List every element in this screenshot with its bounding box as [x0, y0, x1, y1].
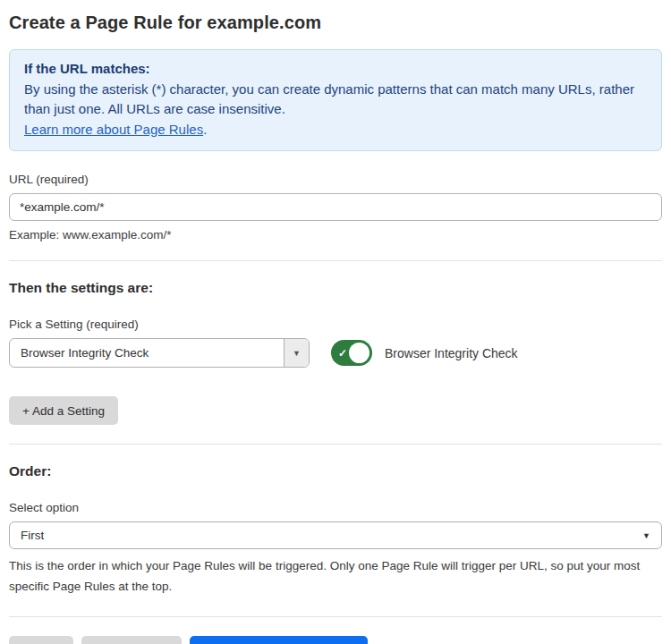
divider [9, 616, 662, 617]
footer-buttons: Cancel Save as Draft Save and Deploy Pag… [9, 636, 662, 644]
check-icon: ✓ [338, 347, 347, 360]
settings-section-heading: Then the settings are: [9, 280, 662, 296]
browser-integrity-toggle[interactable]: ✓ [331, 340, 372, 366]
order-section-heading: Order: [9, 463, 662, 479]
page-rule-form: Create a Page Rule for example.com If th… [0, 0, 671, 644]
divider [9, 260, 662, 261]
chevron-down-icon: ▼ [293, 349, 301, 358]
toggle-knob [349, 343, 369, 363]
pick-setting-label: Pick a Setting (required) [9, 318, 662, 331]
save-deploy-button[interactable]: Save and Deploy Page Rule [190, 636, 369, 644]
url-example-helper: Example: www.example.com/* [9, 228, 662, 242]
setting-dropdown-value: Browser Integrity Check [10, 339, 284, 367]
info-box-link-line: Learn more about Page Rules. [24, 120, 647, 140]
save-draft-button[interactable]: Save as Draft [81, 636, 182, 644]
url-match-info-box: If the URL matches: By using the asteris… [9, 49, 662, 151]
info-box-heading: If the URL matches: [24, 59, 647, 80]
url-input[interactable] [9, 193, 662, 221]
order-select-value: First [21, 529, 44, 542]
link-suffix: . [203, 122, 207, 137]
order-select[interactable]: First ▼ [9, 521, 662, 549]
order-helper-text: This is the order in which your Page Rul… [9, 556, 662, 597]
chevron-down-icon: ▼ [642, 531, 650, 540]
page-title: Create a Page Rule for example.com [9, 13, 662, 33]
add-setting-button[interactable]: + Add a Setting [9, 396, 118, 425]
info-box-body: By using the asterisk (*) character, you… [24, 80, 647, 120]
divider [9, 444, 662, 445]
toggle-group: ✓ Browser Integrity Check [331, 340, 518, 366]
setting-dropdown[interactable]: Browser Integrity Check ▼ [9, 338, 310, 368]
cancel-button[interactable]: Cancel [9, 636, 73, 644]
order-select-label: Select option [9, 501, 662, 514]
learn-more-link[interactable]: Learn more about Page Rules [24, 122, 203, 137]
url-field-label: URL (required) [9, 173, 662, 186]
setting-row: Browser Integrity Check ▼ ✓ Browser Inte… [9, 338, 662, 368]
toggle-label: Browser Integrity Check [385, 346, 518, 360]
dropdown-arrow-button[interactable]: ▼ [284, 339, 309, 367]
